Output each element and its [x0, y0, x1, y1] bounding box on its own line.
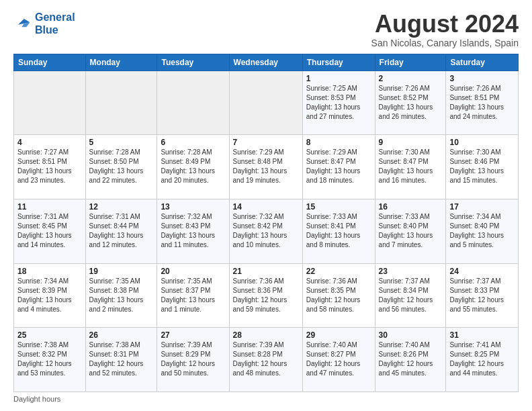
day-number: 26	[89, 330, 154, 340]
day-info: Sunrise: 7:31 AM Sunset: 8:44 PM Dayligh…	[89, 212, 154, 250]
day-info: Sunrise: 7:36 AM Sunset: 8:36 PM Dayligh…	[233, 277, 299, 314]
weekday-header-tuesday: Tuesday	[157, 54, 229, 71]
calendar-cell: 28Sunrise: 7:39 AM Sunset: 8:28 PM Dayli…	[229, 328, 302, 392]
day-info: Sunrise: 7:32 AM Sunset: 8:43 PM Dayligh…	[161, 212, 225, 250]
day-number: 23	[379, 267, 443, 276]
day-number: 29	[306, 330, 371, 340]
day-number: 20	[161, 267, 225, 276]
day-info: Sunrise: 7:38 AM Sunset: 8:31 PM Dayligh…	[89, 340, 154, 378]
day-info: Sunrise: 7:29 AM Sunset: 8:48 PM Dayligh…	[233, 148, 299, 185]
day-number: 13	[161, 202, 225, 212]
day-info: Sunrise: 7:29 AM Sunset: 8:47 PM Dayligh…	[306, 148, 371, 185]
weekday-header-saturday: Saturday	[446, 54, 519, 71]
day-info: Sunrise: 7:30 AM Sunset: 8:46 PM Dayligh…	[449, 148, 515, 185]
day-info: Sunrise: 7:40 AM Sunset: 8:26 PM Dayligh…	[379, 340, 443, 378]
day-number: 18	[17, 267, 82, 276]
week-row-4: 18Sunrise: 7:34 AM Sunset: 8:39 PM Dayli…	[14, 263, 519, 328]
day-number: 7	[233, 138, 299, 147]
day-number: 21	[233, 267, 299, 276]
calendar-cell: 22Sunrise: 7:36 AM Sunset: 8:35 PM Dayli…	[302, 263, 375, 328]
subtitle: San Nicolas, Canary Islands, Spain	[371, 38, 519, 48]
calendar-cell: 24Sunrise: 7:37 AM Sunset: 8:33 PM Dayli…	[446, 263, 519, 328]
calendar-cell: 16Sunrise: 7:33 AM Sunset: 8:40 PM Dayli…	[375, 199, 446, 263]
calendar-cell: 1Sunrise: 7:25 AM Sunset: 8:53 PM Daylig…	[302, 71, 375, 135]
week-row-1: 1Sunrise: 7:25 AM Sunset: 8:53 PM Daylig…	[14, 71, 519, 135]
week-row-3: 11Sunrise: 7:31 AM Sunset: 8:45 PM Dayli…	[14, 199, 519, 263]
calendar-cell: 9Sunrise: 7:30 AM Sunset: 8:47 PM Daylig…	[375, 135, 446, 199]
day-info: Sunrise: 7:41 AM Sunset: 8:25 PM Dayligh…	[449, 340, 515, 378]
day-info: Sunrise: 7:28 AM Sunset: 8:50 PM Dayligh…	[89, 148, 154, 185]
day-info: Sunrise: 7:31 AM Sunset: 8:45 PM Dayligh…	[17, 212, 82, 250]
day-info: Sunrise: 7:40 AM Sunset: 8:27 PM Dayligh…	[306, 340, 371, 378]
calendar-cell: 29Sunrise: 7:40 AM Sunset: 8:27 PM Dayli…	[302, 328, 375, 392]
calendar-cell: 31Sunrise: 7:41 AM Sunset: 8:25 PM Dayli…	[446, 328, 519, 392]
day-number: 5	[89, 138, 154, 147]
day-info: Sunrise: 7:39 AM Sunset: 8:28 PM Dayligh…	[233, 340, 299, 378]
calendar-cell: 21Sunrise: 7:36 AM Sunset: 8:36 PM Dayli…	[229, 263, 302, 328]
calendar-cell: 7Sunrise: 7:29 AM Sunset: 8:48 PM Daylig…	[229, 135, 302, 199]
day-info: Sunrise: 7:35 AM Sunset: 8:38 PM Dayligh…	[89, 277, 154, 314]
day-number: 14	[233, 202, 299, 212]
calendar-cell: 5Sunrise: 7:28 AM Sunset: 8:50 PM Daylig…	[85, 135, 157, 199]
day-info: Sunrise: 7:32 AM Sunset: 8:42 PM Dayligh…	[233, 212, 299, 250]
main-title: August 2024	[371, 11, 519, 38]
calendar-table: SundayMondayTuesdayWednesdayThursdayFrid…	[13, 54, 519, 392]
calendar-cell: 11Sunrise: 7:31 AM Sunset: 8:45 PM Dayli…	[14, 199, 86, 263]
day-info: Sunrise: 7:37 AM Sunset: 8:34 PM Dayligh…	[379, 277, 443, 314]
calendar-cell: 18Sunrise: 7:34 AM Sunset: 8:39 PM Dayli…	[14, 263, 86, 328]
day-info: Sunrise: 7:39 AM Sunset: 8:29 PM Dayligh…	[161, 340, 225, 378]
day-number: 11	[17, 202, 82, 212]
calendar-cell: 27Sunrise: 7:39 AM Sunset: 8:29 PM Dayli…	[157, 328, 229, 392]
day-number: 6	[161, 138, 225, 147]
day-number: 19	[89, 267, 154, 276]
weekday-header-wednesday: Wednesday	[229, 54, 302, 71]
day-info: Sunrise: 7:33 AM Sunset: 8:40 PM Dayligh…	[379, 212, 443, 250]
weekday-header-sunday: Sunday	[14, 54, 86, 71]
week-row-5: 25Sunrise: 7:38 AM Sunset: 8:32 PM Dayli…	[14, 328, 519, 392]
day-number: 4	[17, 138, 82, 147]
calendar-cell: 13Sunrise: 7:32 AM Sunset: 8:43 PM Dayli…	[157, 199, 229, 263]
calendar-cell: 19Sunrise: 7:35 AM Sunset: 8:38 PM Dayli…	[85, 263, 157, 328]
calendar-cell: 26Sunrise: 7:38 AM Sunset: 8:31 PM Dayli…	[85, 328, 157, 392]
calendar-cell: 20Sunrise: 7:35 AM Sunset: 8:37 PM Dayli…	[157, 263, 229, 328]
day-number: 22	[306, 267, 371, 276]
title-block: August 2024 San Nicolas, Canary Islands,…	[371, 11, 519, 48]
calendar-cell: 10Sunrise: 7:30 AM Sunset: 8:46 PM Dayli…	[446, 135, 519, 199]
calendar-cell	[85, 71, 157, 135]
day-number: 3	[449, 74, 515, 83]
day-info: Sunrise: 7:38 AM Sunset: 8:32 PM Dayligh…	[17, 340, 82, 378]
calendar-cell: 8Sunrise: 7:29 AM Sunset: 8:47 PM Daylig…	[302, 135, 375, 199]
day-number: 27	[161, 330, 225, 340]
page: General Blue August 2024 San Nicolas, Ca…	[0, 0, 532, 411]
day-number: 2	[379, 74, 443, 83]
day-info: Sunrise: 7:35 AM Sunset: 8:37 PM Dayligh…	[161, 277, 225, 314]
day-info: Sunrise: 7:37 AM Sunset: 8:33 PM Dayligh…	[449, 277, 515, 314]
day-number: 28	[233, 330, 299, 340]
calendar-cell: 25Sunrise: 7:38 AM Sunset: 8:32 PM Dayli…	[14, 328, 86, 392]
day-number: 16	[379, 202, 443, 212]
weekday-header-row: SundayMondayTuesdayWednesdayThursdayFrid…	[14, 54, 519, 71]
day-number: 1	[306, 74, 371, 83]
calendar-cell	[14, 71, 86, 135]
day-number: 8	[306, 138, 371, 147]
day-info: Sunrise: 7:33 AM Sunset: 8:41 PM Dayligh…	[306, 212, 371, 250]
calendar-cell: 6Sunrise: 7:28 AM Sunset: 8:49 PM Daylig…	[157, 135, 229, 199]
day-number: 10	[449, 138, 515, 147]
logo: General Blue	[13, 11, 75, 36]
day-number: 24	[449, 267, 515, 276]
day-info: Sunrise: 7:36 AM Sunset: 8:35 PM Dayligh…	[306, 277, 371, 314]
calendar-cell: 15Sunrise: 7:33 AM Sunset: 8:41 PM Dayli…	[302, 199, 375, 263]
calendar-cell: 4Sunrise: 7:27 AM Sunset: 8:51 PM Daylig…	[14, 135, 86, 199]
day-number: 30	[379, 330, 443, 340]
calendar-cell: 14Sunrise: 7:32 AM Sunset: 8:42 PM Dayli…	[229, 199, 302, 263]
header: General Blue August 2024 San Nicolas, Ca…	[13, 11, 519, 48]
day-number: 31	[449, 330, 515, 340]
day-info: Sunrise: 7:25 AM Sunset: 8:53 PM Dayligh…	[306, 84, 371, 122]
calendar-cell	[157, 71, 229, 135]
day-number: 9	[379, 138, 443, 147]
calendar-cell: 23Sunrise: 7:37 AM Sunset: 8:34 PM Dayli…	[375, 263, 446, 328]
calendar-cell: 30Sunrise: 7:40 AM Sunset: 8:26 PM Dayli…	[375, 328, 446, 392]
day-info: Sunrise: 7:26 AM Sunset: 8:51 PM Dayligh…	[449, 84, 515, 122]
logo-text: General Blue	[35, 11, 75, 36]
day-number: 17	[449, 202, 515, 212]
